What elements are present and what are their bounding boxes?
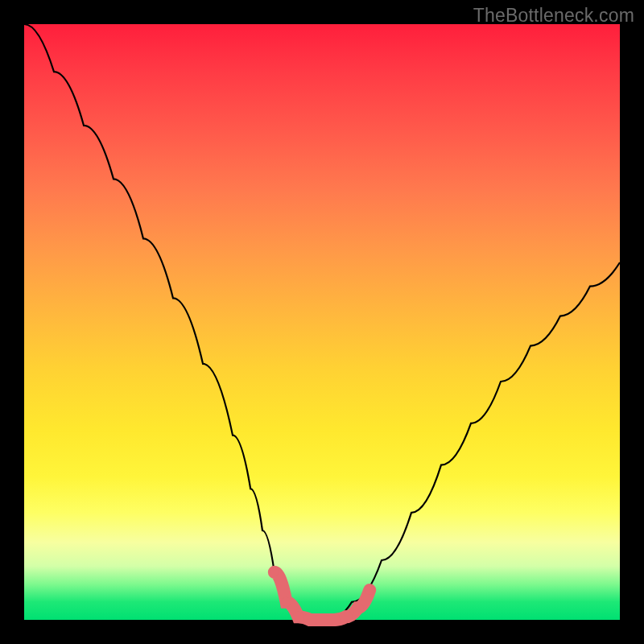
bottleneck-curve-path	[24, 24, 620, 620]
marker-dot	[365, 585, 374, 595]
marker-dot	[303, 613, 316, 626]
marker-dot	[270, 568, 279, 576]
marker-group	[270, 568, 374, 626]
marker-dot	[340, 610, 353, 623]
chart-frame: TheBottleneck.com	[0, 0, 644, 644]
watermark-text: TheBottleneck.com	[473, 5, 634, 27]
marker-dot	[352, 602, 363, 613]
marker-dot	[316, 613, 328, 626]
curve-svg	[24, 24, 620, 620]
marker-dot	[292, 611, 303, 622]
marker-dot	[282, 597, 291, 607]
plot-area	[24, 24, 620, 620]
marker-dot	[328, 613, 341, 626]
